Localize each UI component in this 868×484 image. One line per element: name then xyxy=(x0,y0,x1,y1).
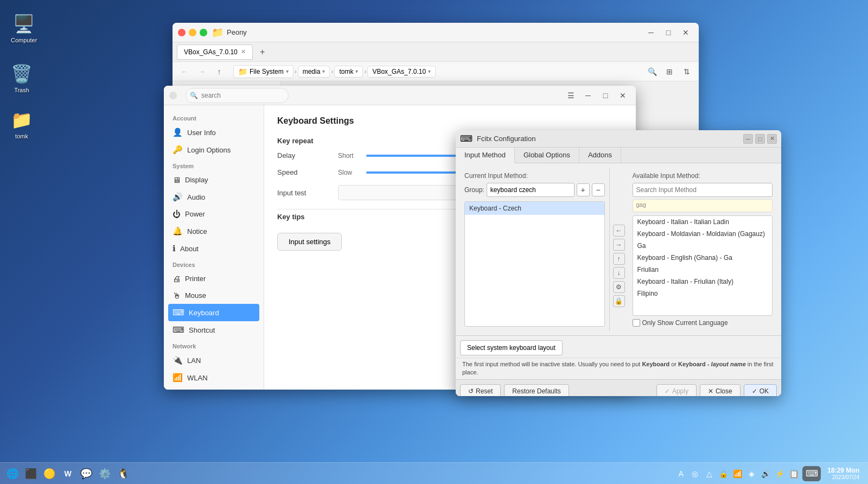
avail-item-2[interactable]: Ga xyxy=(633,240,773,252)
settings-nav-display[interactable]: 🖥 Display xyxy=(164,171,264,188)
settings-nav-audio[interactable]: 🔊 Audio xyxy=(164,188,264,206)
peony-close-btn[interactable]: ✕ xyxy=(178,29,186,36)
group-add-btn[interactable]: + xyxy=(577,183,590,196)
taskbar-power-icon[interactable]: ⚡ xyxy=(773,467,786,480)
taskbar-lock-icon[interactable]: 🔒 xyxy=(717,467,730,480)
fcitx-tab-input-method[interactable]: Input Method xyxy=(456,148,515,163)
group-label: Group: xyxy=(464,186,484,194)
fcitx-reset-btn[interactable]: ↺ Reset xyxy=(460,384,501,396)
taskbar-sys-circle[interactable]: ◎ xyxy=(688,467,701,480)
avail-item-0[interactable]: Keyboard - Italian - Italian Ladin xyxy=(633,216,773,228)
fcitx-maximize-btn[interactable]: □ xyxy=(755,134,765,144)
taskbar-sys-3[interactable]: 📋 xyxy=(787,467,800,480)
settings-nav-printer[interactable]: 🖨 Printer xyxy=(164,270,264,287)
audio-icon: 🔊 xyxy=(173,192,183,202)
peony-search-btn[interactable]: 🔍 xyxy=(644,64,660,79)
desktop-icon-trash[interactable]: 🗑️ Trash xyxy=(8,60,36,97)
fcitx-tab-global-options[interactable]: Global Options xyxy=(515,148,579,163)
settings-home-btn[interactable]: 🏠 xyxy=(169,92,177,99)
available-im-title: Available Input Method: xyxy=(633,172,773,180)
fcitx-configure-btn[interactable]: ⚙ xyxy=(613,281,625,293)
taskbar-icon-2[interactable]: 🟡 xyxy=(41,466,58,482)
breadcrumb-tomk[interactable]: tomk ▾ xyxy=(334,66,363,78)
avail-item-6[interactable]: Filipino xyxy=(633,288,773,300)
peony-view-btn[interactable]: ⊞ xyxy=(662,64,677,79)
peony-tab-close[interactable]: ✕ xyxy=(241,48,246,55)
keyboard-tray-icon[interactable]: ⌨ xyxy=(802,466,821,481)
delay-range-label: Short xyxy=(338,152,360,160)
taskbar-icon-3[interactable]: W xyxy=(60,466,76,482)
fcitx-window: ⌨ Fcitx Configuration ─ □ ✕ Input Method… xyxy=(456,130,781,396)
peony-maximize-btn[interactable]: + xyxy=(200,29,207,36)
fcitx-minimize-btn[interactable]: ─ xyxy=(743,134,753,144)
current-im-item-czech[interactable]: Keyboard - Czech xyxy=(465,202,604,215)
taskbar-sys-2[interactable]: ◈ xyxy=(745,467,758,480)
fcitx-tab-addons[interactable]: Addons xyxy=(579,148,621,163)
only-current-checkbox[interactable] xyxy=(633,319,640,327)
settings-nav-power[interactable]: ⏻ Power xyxy=(164,206,264,222)
peony-sort-btn[interactable]: ⇅ xyxy=(679,64,694,79)
peony-forward-btn[interactable]: → xyxy=(194,64,209,79)
group-select[interactable]: keyboard czech xyxy=(487,183,575,197)
taskbar-icon-6[interactable]: 🐧 xyxy=(115,466,131,482)
fcitx-body: Current Input Method: Group: keyboard cz… xyxy=(456,163,781,335)
taskbar-icon-1[interactable]: ⬛ xyxy=(23,466,39,482)
fcitx-close-btn[interactable]: ✕ xyxy=(767,134,777,144)
desktop-icon-computer[interactable]: 🖥️ Computer xyxy=(8,10,40,47)
input-settings-button[interactable]: Input settings xyxy=(277,233,342,251)
settings-page-title: Keyboard Settings xyxy=(277,116,623,126)
fcitx-ok-btn[interactable]: ✓ OK xyxy=(744,384,777,396)
group-remove-btn[interactable]: − xyxy=(592,183,605,196)
peony-tab-vbox[interactable]: VBox_GAs_7.0.10 ✕ xyxy=(177,44,253,60)
peony-new-tab-btn[interactable]: + xyxy=(255,44,270,60)
settings-nav-keyboard[interactable]: ⌨ Keyboard xyxy=(168,304,259,321)
desktop-icon-tomk[interactable]: 📁 tomk xyxy=(8,106,36,143)
breadcrumb-filesystem[interactable]: 📁 File System ▾ xyxy=(233,65,293,78)
settings-menu-btn[interactable]: ☰ xyxy=(563,88,578,103)
settings-search-input[interactable] xyxy=(186,88,289,103)
breadcrumb-vbox[interactable]: VBox_GAs_7.0.10 ▾ xyxy=(367,66,436,78)
fcitx-lock-btn[interactable]: 🔒 xyxy=(613,295,625,307)
peony-minimize-btn[interactable]: − xyxy=(189,29,196,36)
settings-nav-about[interactable]: ℹ About xyxy=(164,240,264,257)
peony-close-icon[interactable]: ✕ xyxy=(678,25,693,40)
avail-item-5[interactable]: Keyboard - Italian - Friulian (Italy) xyxy=(633,276,773,288)
settings-maximize-btn[interactable]: □ xyxy=(598,88,613,103)
settings-nav-user-info[interactable]: 👤 User Info xyxy=(164,124,264,141)
settings-minimize-btn[interactable]: ─ xyxy=(580,88,596,103)
peony-maximize-icon[interactable]: □ xyxy=(661,25,676,40)
taskbar-net-icon[interactable]: 📶 xyxy=(731,467,744,480)
taskbar-start-btn[interactable]: 🌐 xyxy=(4,466,21,482)
avail-item-4[interactable]: Friulian xyxy=(633,264,773,276)
taskbar-icon-4[interactable]: 💬 xyxy=(78,466,94,482)
fcitx-move-down-btn[interactable]: ↓ xyxy=(613,267,625,279)
fcitx-add-im-btn[interactable]: ← xyxy=(613,225,625,237)
taskbar-icon-5[interactable]: ⚙️ xyxy=(97,466,113,482)
fcitx-move-up-btn[interactable]: ↑ xyxy=(613,253,625,265)
taskbar-sys-a[interactable]: A xyxy=(674,467,687,480)
fcitx-select-kbd-section: Select system keyboard layout xyxy=(456,335,781,358)
peony-back-btn[interactable]: ← xyxy=(177,64,192,79)
fcitx-restore-btn[interactable]: Restore Defaults xyxy=(504,384,569,396)
settings-close-btn[interactable]: ✕ xyxy=(615,88,630,103)
fcitx-remove-im-btn[interactable]: → xyxy=(613,239,625,251)
desktop-icon-computer-label: Computer xyxy=(11,37,37,43)
peony-minimize-icon[interactable]: ─ xyxy=(643,25,659,40)
peony-toolbar: ← → ↑ 📁 File System ▾ › media ▾ › tomk ▾… xyxy=(173,62,699,81)
settings-nav-lan[interactable]: 🔌 LAN xyxy=(164,352,264,369)
avail-item-3[interactable]: Keyboard - English (Ghana) - Ga xyxy=(633,252,773,264)
settings-nav-login-options[interactable]: 🔑 Login Options xyxy=(164,141,264,158)
settings-nav-wlan[interactable]: 📶 WLAN xyxy=(164,369,264,386)
taskbar-sys-arrow[interactable]: △ xyxy=(703,467,716,480)
settings-nav-notice[interactable]: 🔔 Notice xyxy=(164,222,264,240)
settings-nav-shortcut[interactable]: ⌨ Shortcut xyxy=(164,321,264,339)
fcitx-apply-btn[interactable]: ✓ Apply xyxy=(656,384,697,396)
avail-item-1[interactable]: Keyboard - Moldavian - Moldavian (Gagauz… xyxy=(633,228,773,240)
peony-up-btn[interactable]: ↑ xyxy=(212,64,227,79)
taskbar-vol-icon[interactable]: 🔊 xyxy=(759,467,772,480)
available-im-search[interactable] xyxy=(633,183,773,197)
select-keyboard-btn[interactable]: Select system keyboard layout xyxy=(460,340,563,355)
breadcrumb-media[interactable]: media ▾ xyxy=(298,66,330,78)
fcitx-close-btn-bottom[interactable]: ✕ Close xyxy=(700,384,741,396)
settings-nav-mouse[interactable]: 🖱 Mouse xyxy=(164,287,264,304)
